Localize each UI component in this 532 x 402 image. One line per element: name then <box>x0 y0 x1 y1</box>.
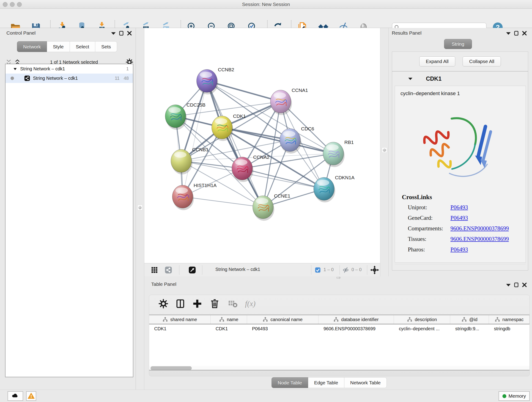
table-header-row: shared namenamecanonical namedatabase id… <box>149 315 530 324</box>
network-node-CCNE1[interactable]: CCNE1 <box>253 193 290 221</box>
network-label: String Network – cdk1 <box>33 76 115 81</box>
bar-separator <box>202 265 202 275</box>
automation-cloud-button[interactable] <box>7 391 23 401</box>
table-options-gear-icon[interactable] <box>158 299 168 309</box>
column-header-name[interactable]: name <box>210 315 247 324</box>
column-header-shared-name[interactable]: shared name <box>149 315 210 324</box>
crosslink-link[interactable]: P06493 <box>450 204 468 211</box>
network-edge[interactable] <box>207 81 263 207</box>
panel-menu-icon[interactable] <box>110 30 116 36</box>
network-canvas[interactable]: CCNB2 CCNA1 CDC25B CDK1 CDC6 RB1 CCNB1 <box>144 28 380 263</box>
birds-eye-view-icon[interactable] <box>188 266 196 274</box>
network-node-CCNB2[interactable]: CCNB2 <box>196 67 234 95</box>
tab-sets[interactable]: Sets <box>95 41 117 52</box>
vertical-splitter[interactable] <box>136 28 144 390</box>
network-node-HIST1H1A[interactable]: HIST1H1A <box>172 183 216 210</box>
hidden-count-badge: 0 – 0 <box>351 267 361 272</box>
column-header-canonical-name[interactable]: canonical name <box>247 315 318 324</box>
crosslink-link[interactable]: 9606.ENSP00000378699 <box>450 225 509 232</box>
panel-menu-icon[interactable] <box>505 282 511 288</box>
network-node-CDK1[interactable]: CDK1 <box>212 114 246 141</box>
close-panel-icon[interactable] <box>521 30 527 36</box>
hidden-eye-icon[interactable] <box>342 267 349 274</box>
tab-network-table[interactable]: Network Table <box>344 377 387 388</box>
crosslink-row: Uniprot:P06493 <box>400 202 520 213</box>
expand-all-button[interactable]: Expand All <box>419 56 455 66</box>
delete-column-icon[interactable] <box>210 299 220 309</box>
function-builder-icon[interactable]: f(x) <box>244 299 259 309</box>
tab-node-table[interactable]: Node Table <box>272 377 308 388</box>
close-panel-icon[interactable] <box>521 282 527 288</box>
splitter-handle[interactable] <box>336 277 341 279</box>
network-view-toolbar: String Network – cdk1 1 – 0 0 – 0 <box>144 263 380 276</box>
network-collection-row[interactable]: String Network – cdk1 1 <box>6 64 133 74</box>
table-cell[interactable]: cyclin–dependent ... <box>394 326 450 332</box>
float-panel-icon[interactable] <box>513 30 519 36</box>
crosslink-row: GeneCard:P06493 <box>400 213 520 223</box>
table-cell[interactable]: stringdb <box>489 326 530 332</box>
network-node-CCNA2[interactable]: CCNA2 <box>232 154 269 182</box>
results-panel-title: Results Panel <box>392 30 422 36</box>
table-cell[interactable]: CDK1 <box>210 326 247 332</box>
network-row[interactable]: String Network – cdk1 11 48 <box>6 74 133 83</box>
table-tabs: Node TableEdge TableNetwork Table <box>272 377 387 388</box>
table-row[interactable]: CDK1CDK1P064939606.ENSP00000378699cyclin… <box>149 324 530 333</box>
crosslink-label: Pharos: <box>408 246 450 253</box>
node-label: RB1 <box>344 140 354 145</box>
tab-network[interactable]: Network <box>17 41 47 52</box>
collapse-caret-icon[interactable] <box>13 67 17 71</box>
warnings-button[interactable] <box>26 391 36 401</box>
column-header-database-identifier[interactable]: database identifier <box>318 315 394 324</box>
control-panel: Control Panel NetworkStyleSelectSets 1 o… <box>0 28 136 390</box>
splitter-handle[interactable] <box>138 205 143 210</box>
float-panel-icon[interactable] <box>119 30 124 36</box>
tab-string[interactable]: String <box>444 39 472 49</box>
close-panel-icon[interactable] <box>127 30 133 36</box>
table-cell[interactable]: 9606.ENSP00000378699 <box>318 326 394 332</box>
panel-menu-icon[interactable] <box>505 30 511 36</box>
network-collection-label: String Network – cdk1 <box>20 66 126 71</box>
network-edge[interactable] <box>183 81 207 197</box>
selected-checkbox-icon[interactable] <box>315 267 321 273</box>
network-node-RB1[interactable]: RB1 <box>323 140 354 167</box>
gene-description: cyclin–dependent kinase 1 <box>400 90 520 96</box>
node-label: CDK1 <box>233 114 246 119</box>
delete-table-icon[interactable] <box>228 299 238 309</box>
gene-section-body: cyclin–dependent kinase 1 <box>395 86 526 263</box>
tab-select[interactable]: Select <box>70 41 95 52</box>
column-header--id[interactable]: @id <box>450 315 489 324</box>
network-edge[interactable] <box>183 197 263 207</box>
crosslink-link[interactable]: P06493 <box>450 215 468 221</box>
tab-edge-table[interactable]: Edge Table <box>308 377 344 388</box>
crosslink-row: Compartments:9606.ENSP00000378699 <box>400 223 520 234</box>
add-column-icon[interactable] <box>192 299 202 309</box>
column-header-description[interactable]: description <box>394 315 450 324</box>
control-panel-title: Control Panel <box>6 30 36 36</box>
results-sections-box: CDK1 cyclin–dependent kinase 1 <box>392 71 528 270</box>
tab-style[interactable]: Style <box>47 41 70 52</box>
scrollbar-thumb[interactable] <box>151 366 192 370</box>
splitter-handle[interactable] <box>382 147 387 153</box>
show-columns-icon[interactable] <box>175 299 185 309</box>
crosslink-link[interactable]: 9606.ENSP00000378699 <box>450 236 509 242</box>
horizontal-splitter[interactable] <box>144 276 532 279</box>
memory-button[interactable]: Memory <box>499 391 530 401</box>
network-node-CDKN1A[interactable]: CDKN1A <box>314 175 355 202</box>
node-count: 11 <box>115 76 120 81</box>
table-cell[interactable]: P06493 <box>247 326 318 332</box>
table-cell[interactable]: stringdb:9... <box>450 326 489 332</box>
crosslink-link[interactable]: P06493 <box>450 246 468 253</box>
crosslink-label: Tissues: <box>408 236 450 242</box>
collapse-all-button[interactable]: Collapse All <box>462 56 501 66</box>
network-node-CCNA1[interactable]: CCNA1 <box>270 88 308 115</box>
gene-section-header[interactable]: CDK1 <box>393 72 527 85</box>
string-badge-icon[interactable] <box>165 266 172 274</box>
section-caret-icon[interactable] <box>408 76 413 81</box>
column-header-namespac[interactable]: namespac <box>489 315 530 324</box>
table-cell[interactable]: CDK1 <box>149 326 210 332</box>
horizontal-scrollbar[interactable] <box>149 366 530 370</box>
bar-separator <box>179 265 179 275</box>
network-grid-icon[interactable] <box>151 266 158 274</box>
float-panel-icon[interactable] <box>513 282 519 288</box>
crosshair-icon[interactable] <box>370 266 379 274</box>
